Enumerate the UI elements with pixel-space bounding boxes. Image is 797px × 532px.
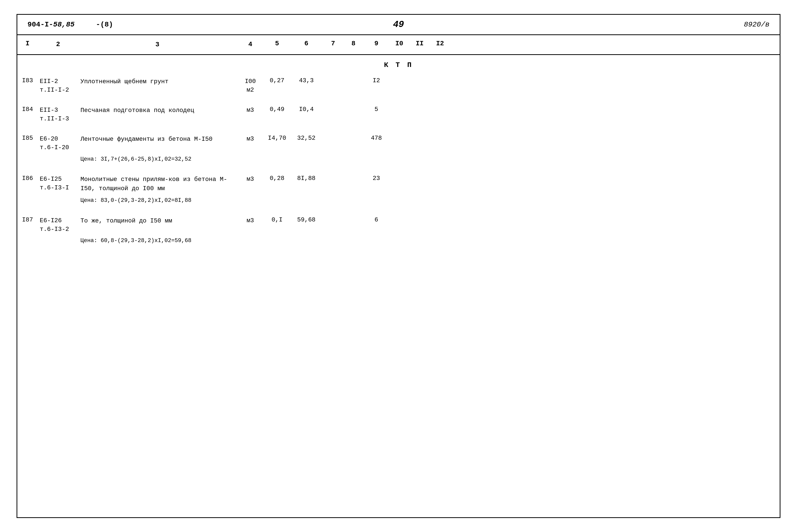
row-184-code1: EII-3 (40, 107, 58, 114)
section-title: К Т П (17, 55, 780, 74)
row-187-code: Е6-I26 т.6-I3-2 (38, 215, 78, 234)
row-184-col7 (323, 105, 343, 107)
row-183-unit1: I00 (245, 77, 256, 86)
table-row: I87 Е6-I26 т.6-I3-2 То же, толщиной до I… (17, 213, 780, 237)
row-186-col12 (430, 174, 450, 176)
row-185-col12 (430, 134, 450, 136)
row-185-col5: I4,70 (264, 134, 290, 142)
row-183-unit2: м2 (247, 86, 254, 94)
doc-suffix-text: -(8) (96, 21, 113, 28)
doc-number-text: 904-I- (27, 21, 53, 28)
row-186-price-row: Цена: 83,0-(29,3-28,2)хI,02=8I,88 (17, 197, 780, 208)
col-header-11: II (409, 39, 430, 51)
col-header-6: 6 (290, 39, 323, 51)
row-183-desc: Уплотненный щебнем грунт (78, 76, 236, 87)
row-186-col10 (389, 174, 409, 176)
row-185-price-note: Цена: 3I,7+(26,6-25,8)хI,02=32,52 (78, 155, 343, 164)
row-185-desc: Ленточные фундаменты из бетона М-I50 (78, 134, 236, 145)
row-184-id: I84 (17, 105, 38, 114)
row-184-desc: Песчаная подготовка под колодец (78, 105, 236, 116)
row-184-col10 (389, 105, 409, 107)
row-187-price-row: Цена: 60,8-(29,3-28,2)хI,02=59,68 (17, 237, 780, 248)
header-doc-code: 8920/в (584, 21, 770, 28)
row-185-col8 (343, 134, 364, 136)
row-187-code2: т.6-I3-2 (40, 226, 69, 233)
row-183-col11 (409, 76, 430, 78)
row-185-code1: Е6-20 (40, 135, 58, 142)
row-184-code2: т.II-I-3 (40, 115, 69, 122)
row-186-code1: Е6-I25 (40, 176, 62, 183)
row-185-price-row: Цена: 3I,7+(26,6-25,8)хI,02=32,52 (17, 155, 780, 167)
col-header-12: I2 (430, 39, 450, 51)
row-184-col6: I0,4 (290, 105, 323, 114)
table-row: I86 Е6-I25 т.6-I3-I Монолитные стены при… (17, 171, 780, 197)
row-183-col8 (343, 76, 364, 78)
table-row: I84 EII-3 т.II-I-3 Песчаная подготовка п… (17, 102, 780, 127)
row-185-code: Е6-20 т.6-I-20 (38, 134, 78, 153)
page-header: 904-I-58,85 -(8) 49 8920/в (17, 15, 780, 35)
col-header-8: 8 (343, 39, 364, 51)
row-186-desc: Монолитные стены прилям-ков из бетона М-… (78, 174, 236, 194)
row-186-code2: т.6-I3-I (40, 184, 69, 191)
row-183-col9: I2 (364, 76, 389, 85)
row-187-code1: Е6-I26 (40, 217, 62, 224)
col-header-2: 2 (38, 39, 78, 51)
row-187-desc: То же, толщиной до I50 мм (78, 215, 236, 227)
row-185-code2: т.6-I-20 (40, 144, 69, 151)
row-185-col11 (409, 134, 430, 136)
row-186-col9: 23 (364, 174, 389, 183)
row-187-col9: 6 (364, 215, 389, 224)
row-183-unit: I00 м2 (236, 76, 264, 95)
row-187-price-note: Цена: 60,8-(29,3-28,2)хI,02=59,68 (78, 237, 343, 245)
col-header-9: 9 (364, 39, 389, 51)
col-header-4: 4 (236, 39, 264, 51)
row-185-col7 (323, 134, 343, 136)
row-183-col12 (430, 76, 450, 78)
row-185-col10 (389, 134, 409, 136)
page: 904-I-58,85 -(8) 49 8920/в I 2 3 4 5 6 7… (17, 14, 780, 518)
doc-code-text: 8920/в (744, 21, 770, 28)
row-187-col10 (389, 215, 409, 217)
row-186-col11 (409, 174, 430, 176)
row-184-col12 (430, 105, 450, 107)
col-header-3: 3 (78, 39, 236, 51)
row-187-col11 (409, 215, 430, 217)
row-185-col6: 32,52 (290, 134, 323, 142)
row-184-col5: 0,49 (264, 105, 290, 114)
row-186-col7 (323, 174, 343, 176)
row-187-col7 (323, 215, 343, 217)
doc-bold-text: 58,85 (53, 21, 75, 28)
page-num-text: 49 (393, 19, 404, 30)
row-183-col6: 43,3 (290, 76, 323, 85)
col-header-5: 5 (264, 39, 290, 51)
row-186-code: Е6-I25 т.6-I3-I (38, 174, 78, 193)
row-184-unit: м3 (236, 105, 264, 116)
row-186-col5: 0,28 (264, 174, 290, 183)
row-184-code: EII-3 т.II-I-3 (38, 105, 78, 124)
row-185-unit: м3 (236, 134, 264, 144)
row-187-col12 (430, 215, 450, 217)
header-page-num: 49 (213, 19, 584, 30)
row-185-col9: 478 (364, 134, 389, 142)
row-183-code: EII-2 т.II-I-2 (38, 76, 78, 95)
row-183-col7 (323, 76, 343, 78)
row-186-price-note: Цена: 83,0-(29,3-28,2)хI,02=8I,88 (78, 197, 343, 205)
row-187-unit: м3 (236, 215, 264, 226)
row-183-code1: EII-2 (40, 78, 58, 85)
table-body: К Т П I83 EII-2 т.II-I-2 Уплотненный щеб… (17, 55, 780, 253)
row-186-id: I86 (17, 174, 38, 183)
row-183-code2: т.II-I-2 (40, 87, 69, 93)
row-184-col8 (343, 105, 364, 107)
table-row: I83 EII-2 т.II-I-2 Уплотненный щебнем гр… (17, 74, 780, 98)
row-187-id: I87 (17, 215, 38, 224)
row-187-col8 (343, 215, 364, 217)
col-header-7: 7 (323, 39, 343, 51)
row-185-id: I85 (17, 134, 38, 142)
column-headers: I 2 3 4 5 6 7 8 9 I0 II I2 (17, 35, 780, 55)
row-183-col10 (389, 76, 409, 78)
row-184-col11 (409, 105, 430, 107)
row-186-col6: 8I,88 (290, 174, 323, 183)
row-187-col6: 59,68 (290, 215, 323, 224)
row-186-unit: м3 (236, 174, 264, 185)
row-184-col9: 5 (364, 105, 389, 114)
